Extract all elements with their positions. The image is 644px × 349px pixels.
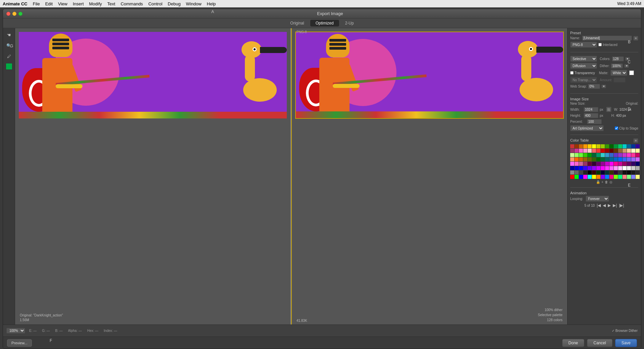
color-cell-85[interactable] <box>592 166 596 170</box>
color-cell-76[interactable] <box>623 162 627 166</box>
color-cell-25[interactable] <box>609 149 613 153</box>
color-cell-99[interactable] <box>583 170 587 174</box>
eyedropper-tool[interactable]: 🖊 <box>5 52 13 60</box>
color-cell-90[interactable] <box>614 166 618 170</box>
color-cell-54[interactable] <box>596 157 600 161</box>
color-cell-126[interactable] <box>631 175 635 179</box>
color-cell-77[interactable] <box>627 162 631 166</box>
last-frame-btn[interactable]: |▶| <box>619 203 624 208</box>
color-cell-3[interactable] <box>583 144 587 148</box>
color-cell-35[interactable] <box>583 153 587 157</box>
save-button[interactable]: Save <box>615 339 637 347</box>
color-cell-4[interactable] <box>588 144 592 148</box>
menu-insert[interactable]: Insert <box>73 1 84 6</box>
ct-delete-btn[interactable]: 🗑 <box>605 180 608 184</box>
transparency-checkbox[interactable] <box>570 71 574 74</box>
color-cell-41[interactable] <box>609 153 613 157</box>
color-cell-96[interactable] <box>570 170 574 174</box>
palette-select[interactable]: Selective <box>570 56 597 62</box>
menu-view[interactable]: View <box>58 1 67 6</box>
color-cell-19[interactable] <box>583 149 587 153</box>
color-cell-64[interactable] <box>570 162 574 166</box>
color-cell-30[interactable] <box>631 149 635 153</box>
color-cell-42[interactable] <box>614 153 618 157</box>
color-cell-31[interactable] <box>636 149 640 153</box>
menu-commands[interactable]: Commands <box>121 1 143 6</box>
color-cell-87[interactable] <box>601 166 605 170</box>
color-cell-100[interactable] <box>588 170 592 174</box>
color-cell-83[interactable] <box>583 166 587 170</box>
color-cell-49[interactable] <box>575 157 579 161</box>
diffusion-select[interactable]: Diffusion <box>570 63 597 69</box>
app-name[interactable]: Animate CC <box>3 1 28 6</box>
interlaced-checkbox[interactable] <box>598 43 602 46</box>
preview-button[interactable]: Preview... <box>7 339 32 347</box>
color-cell-71[interactable] <box>601 162 605 166</box>
color-cell-74[interactable] <box>614 162 618 166</box>
close-button[interactable] <box>6 12 10 16</box>
color-cell-125[interactable] <box>627 175 631 179</box>
color-cell-47[interactable] <box>636 153 640 157</box>
color-cell-103[interactable] <box>601 170 605 174</box>
color-cell-58[interactable] <box>614 157 618 161</box>
prev-frame-btn[interactable]: ◀ <box>603 203 606 208</box>
color-cell-20[interactable] <box>588 149 592 153</box>
color-cell-48[interactable] <box>570 157 574 161</box>
color-cell-88[interactable] <box>605 166 609 170</box>
color-cell-15[interactable] <box>636 144 640 148</box>
color-cell-50[interactable] <box>579 157 583 161</box>
color-cell-114[interactable] <box>579 175 583 179</box>
color-cell-73[interactable] <box>609 162 613 166</box>
menu-file[interactable]: File <box>33 1 40 6</box>
color-cell-5[interactable] <box>592 144 596 148</box>
tab-optimized[interactable]: Optimized <box>310 20 339 27</box>
color-cell-124[interactable] <box>623 175 627 179</box>
format-select[interactable]: PNG-8 <box>570 42 597 48</box>
menu-debug[interactable]: Debug <box>168 1 180 6</box>
height-input[interactable] <box>584 113 598 118</box>
color-cell-120[interactable] <box>605 175 609 179</box>
color-cell-36[interactable] <box>588 153 592 157</box>
color-cell-62[interactable] <box>631 157 635 161</box>
color-cell-105[interactable] <box>609 170 613 174</box>
color-cell-43[interactable] <box>618 153 622 157</box>
color-cell-32[interactable] <box>570 153 574 157</box>
matte-color-swatch[interactable] <box>629 70 634 75</box>
color-swatch[interactable] <box>6 63 12 70</box>
color-cell-53[interactable] <box>592 157 596 161</box>
hand-tool[interactable]: ☚ <box>5 31 13 39</box>
color-cell-122[interactable] <box>614 175 618 179</box>
minimize-button[interactable] <box>12 12 16 16</box>
color-cell-52[interactable] <box>588 157 592 161</box>
color-cell-6[interactable] <box>596 144 600 148</box>
ct-lock-btn[interactable]: 🔒 <box>596 180 600 184</box>
color-cell-118[interactable] <box>596 175 600 179</box>
color-cell-69[interactable] <box>592 162 596 166</box>
zoom-select[interactable]: 100% <box>6 328 25 334</box>
percent-input[interactable] <box>587 119 602 124</box>
clip-stage-label[interactable]: Clip to Stage <box>615 127 638 130</box>
done-button[interactable]: Done <box>562 339 585 347</box>
colors-input[interactable] <box>612 56 624 61</box>
color-cell-1[interactable] <box>575 144 579 148</box>
color-cell-40[interactable] <box>605 153 609 157</box>
color-cell-112[interactable] <box>570 175 574 179</box>
first-frame-btn[interactable]: |◀ <box>597 203 601 208</box>
color-cell-44[interactable] <box>623 153 627 157</box>
color-cell-119[interactable] <box>601 175 605 179</box>
color-cell-91[interactable] <box>618 166 622 170</box>
color-cell-7[interactable] <box>601 144 605 148</box>
color-cell-16[interactable] <box>570 149 574 153</box>
color-cell-34[interactable] <box>579 153 583 157</box>
color-cell-46[interactable] <box>631 153 635 157</box>
color-cell-75[interactable] <box>618 162 622 166</box>
color-cell-92[interactable] <box>623 166 627 170</box>
color-cell-29[interactable] <box>627 149 631 153</box>
looping-select[interactable]: Forever <box>586 196 609 202</box>
color-cell-66[interactable] <box>579 162 583 166</box>
color-cell-81[interactable] <box>575 166 579 170</box>
color-cell-72[interactable] <box>605 162 609 166</box>
color-cell-51[interactable] <box>583 157 587 161</box>
color-cell-109[interactable] <box>627 170 631 174</box>
color-cell-123[interactable] <box>618 175 622 179</box>
